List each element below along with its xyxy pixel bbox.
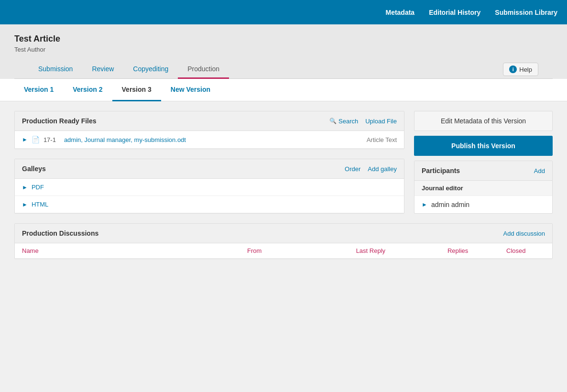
add-galley-link[interactable]: Add galley — [368, 165, 397, 173]
participant-name: admin admin — [431, 201, 469, 208]
participants-header: Participants Add — [414, 161, 552, 181]
file-row: ► 📄 17-1 admin, Journal manager, my-subm… — [15, 131, 404, 149]
participants-role: Journal editor — [414, 181, 552, 196]
galleys-title: Galleys — [22, 165, 46, 173]
galley-row-html: ► HTML — [15, 196, 404, 213]
chevron-right-icon[interactable]: ► — [22, 136, 28, 143]
galley-pdf-link[interactable]: PDF — [32, 184, 44, 191]
tab-submission[interactable]: Submission — [29, 60, 82, 79]
header-area: Test Article Test Author Submission Revi… — [0, 24, 567, 79]
galleys-actions: Order Add galley — [345, 165, 397, 173]
discussions-box: Production Discussions Add discussion Na… — [14, 223, 553, 259]
search-files-link[interactable]: 🔍 Search — [329, 118, 358, 125]
discussions-header: Production Discussions Add discussion — [15, 224, 552, 243]
tab-production[interactable]: Production — [178, 60, 229, 79]
nav-submission-library[interactable]: Submission Library — [495, 9, 557, 16]
order-galleys-link[interactable]: Order — [345, 165, 360, 173]
galleys-box: Galleys Order Add galley ► PDF ► HTML — [14, 159, 404, 214]
col-header-closed: Closed — [487, 247, 545, 254]
chevron-right-icon-pdf[interactable]: ► — [22, 184, 28, 191]
file-name-link[interactable]: admin, Journal manager, my-submission.od… — [64, 136, 363, 143]
help-button[interactable]: i Help — [503, 63, 538, 76]
production-ready-files-header: Production Ready Files 🔍 Search Upload F… — [15, 111, 404, 131]
participant-row: ► admin admin — [414, 196, 552, 213]
main-content: Production Ready Files 🔍 Search Upload F… — [0, 101, 567, 223]
search-icon: 🔍 — [329, 118, 337, 124]
version-tabs-area: Version 1 Version 2 Version 3 New Versio… — [0, 79, 567, 101]
nav-editorial-history[interactable]: Editorial History — [429, 9, 480, 16]
production-ready-files-box: Production Ready Files 🔍 Search Upload F… — [14, 111, 404, 149]
col-header-from: From — [196, 247, 313, 254]
participants-box: Participants Add Journal editor ► admin … — [414, 161, 553, 214]
article-title: Test Article — [14, 34, 553, 44]
article-author: Test Author — [14, 46, 553, 53]
top-nav: Metadata Editorial History Submission Li… — [0, 0, 567, 24]
left-column: Production Ready Files 🔍 Search Upload F… — [14, 111, 404, 214]
galley-html-link[interactable]: HTML — [32, 201, 48, 208]
discussions-title: Production Discussions — [22, 229, 98, 237]
tab-version-2[interactable]: Version 2 — [63, 79, 112, 101]
participants-title: Participants — [422, 167, 460, 174]
tab-version-1[interactable]: Version 1 — [14, 79, 63, 101]
file-type: Article Text — [367, 136, 397, 143]
tab-new-version[interactable]: New Version — [161, 79, 220, 101]
tab-review[interactable]: Review — [82, 60, 123, 79]
file-id: 17-1 — [44, 136, 60, 143]
col-header-last-reply: Last Reply — [313, 247, 429, 254]
chevron-right-icon-participant[interactable]: ► — [422, 201, 427, 208]
publish-version-button[interactable]: Publish this Version — [414, 136, 553, 156]
col-header-replies: Replies — [429, 247, 487, 254]
add-discussion-link[interactable]: Add discussion — [503, 230, 545, 237]
tab-version-3[interactable]: Version 3 — [112, 79, 161, 101]
production-ready-files-actions: 🔍 Search Upload File — [329, 118, 397, 125]
file-document-icon: 📄 — [32, 136, 40, 143]
discussions-table-header: Name From Last Reply Replies Closed — [15, 243, 552, 259]
col-header-name: Name — [22, 247, 196, 254]
galley-row-pdf: ► PDF — [15, 179, 404, 196]
galleys-header: Galleys Order Add galley — [15, 159, 404, 179]
chevron-right-icon-html[interactable]: ► — [22, 201, 28, 208]
production-ready-files-title: Production Ready Files — [22, 117, 97, 125]
nav-metadata[interactable]: Metadata — [385, 9, 414, 16]
tab-copyediting[interactable]: Copyediting — [123, 60, 178, 79]
upload-file-link[interactable]: Upload File — [365, 118, 397, 125]
add-participant-link[interactable]: Add — [534, 167, 545, 174]
stage-tabs: Submission Review Copyediting Production… — [14, 60, 553, 79]
edit-metadata-button[interactable]: Edit Metadata of this Version — [414, 111, 553, 131]
info-icon: i — [509, 65, 517, 73]
right-column: Edit Metadata of this Version Publish th… — [414, 111, 553, 214]
version-tabs: Version 1 Version 2 Version 3 New Versio… — [14, 79, 553, 101]
